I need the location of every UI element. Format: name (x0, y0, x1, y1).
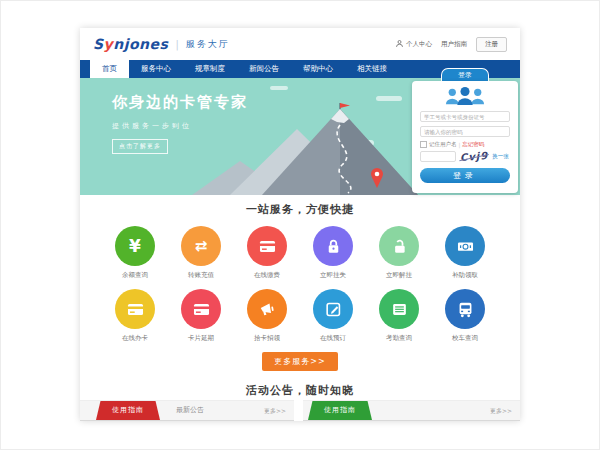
logo-prefix: S (93, 36, 104, 52)
service-label: 转账充值 (168, 271, 234, 280)
service-item: ¥ 余额查询 (102, 226, 168, 280)
personal-center-link[interactable]: 个人中心 (395, 39, 432, 50)
report-loss-icon[interactable] (313, 226, 353, 266)
users-icon (420, 86, 510, 107)
service-label: 考勤查询 (366, 334, 432, 343)
remember-checkbox[interactable] (420, 141, 427, 148)
online-booking-icon[interactable] (313, 289, 353, 329)
online-payment-icon[interactable] (247, 226, 287, 266)
personal-center-label: 个人中心 (406, 40, 432, 49)
card-extension-icon[interactable] (181, 289, 221, 329)
service-label: 立即解挂 (366, 271, 432, 280)
service-item: 补助领取 (432, 226, 498, 280)
service-label: 立即挂失 (300, 271, 366, 280)
service-item: 在线预订 (300, 289, 366, 343)
more-link-right[interactable]: 更多>> (490, 401, 512, 420)
service-item: 考勤查询 (366, 289, 432, 343)
service-item: 立即解挂 (366, 226, 432, 280)
tab-latest-news[interactable]: 最新公告 (176, 401, 204, 420)
balance-inquiry-icon[interactable]: ¥ (115, 226, 155, 266)
login-submit-button[interactable]: 登录 (420, 168, 510, 183)
online-card-icon[interactable] (115, 289, 155, 329)
login-panel: 登录 记住用户名 | 忘记密码 Cvj9 换一张 登录 (412, 68, 518, 193)
nav-item-news[interactable]: 新闻公告 (237, 60, 291, 78)
announcements-title: 活动公告，随时知晓 (80, 370, 520, 400)
logo-accent: y (104, 36, 114, 52)
attendance-icon[interactable] (379, 289, 419, 329)
remember-row: 记住用户名 | 忘记密码 (420, 141, 510, 148)
brand-logo[interactable]: Synjones (93, 36, 168, 52)
service-label: 在线预订 (300, 334, 366, 343)
hero-subtitle: 提供服务一步到位 (112, 121, 248, 131)
cancel-loss-icon[interactable] (379, 226, 419, 266)
service-label: 余额查询 (102, 271, 168, 280)
site-name: 服务大厅 (186, 38, 230, 51)
service-label: 补助领取 (432, 271, 498, 280)
header-utility-nav: 个人中心 用户指南 注册 (395, 37, 507, 52)
service-item: 卡片延期 (168, 289, 234, 343)
captcha-row: Cvj9 换一张 (420, 151, 510, 162)
tab-usage-guide-left[interactable]: 使用指南 (96, 401, 160, 420)
service-item: 立即挂失 (300, 226, 366, 280)
nav-item-rules[interactable]: 规章制度 (183, 60, 237, 78)
services-grid: ¥ 余额查询 ⇄ 转账充值 在线缴费 立即挂失 立即解挂 补助领取 (80, 226, 520, 343)
nav-item-links[interactable]: 相关链接 (345, 60, 399, 78)
service-item: 在线办卡 (102, 289, 168, 343)
login-tab[interactable]: 登录 (441, 68, 489, 81)
password-input[interactable] (420, 126, 510, 137)
more-link-left[interactable]: 更多>> (264, 401, 286, 420)
captcha-refresh-link[interactable]: 换一张 (492, 153, 509, 160)
announcements-tabs-bar: 使用指南 最新公告 更多>> 使用指南 更多>> (80, 400, 520, 421)
logo-divider: | (175, 39, 178, 50)
captcha-input[interactable] (420, 151, 456, 162)
panel-gap (294, 400, 303, 421)
user-icon (395, 39, 404, 50)
remember-label: 记住用户名 (429, 141, 457, 148)
tab-usage-guide-right[interactable]: 使用指南 (308, 401, 372, 420)
nav-item-help[interactable]: 帮助中心 (291, 60, 345, 78)
service-item: 拾卡招领 (234, 289, 300, 343)
service-item: 校车查询 (432, 289, 498, 343)
service-label: 在线办卡 (102, 334, 168, 343)
page-container: Synjones | 服务大厅 个人中心 用户指南 注册 首页 服务中心 规章制… (80, 28, 520, 421)
hero-text: 你身边的卡管专家 提供服务一步到位 点击了解更多 (112, 93, 248, 154)
service-label: 拾卡招领 (234, 334, 300, 343)
cloud-decoration (376, 96, 402, 101)
more-services-button[interactable]: 更多服务>> (262, 352, 337, 371)
forgot-password-link[interactable]: 忘记密码 (462, 141, 484, 148)
cloud-decoration (270, 86, 288, 90)
header: Synjones | 服务大厅 个人中心 用户指南 注册 (80, 28, 520, 60)
nav-item-service-center[interactable]: 服务中心 (129, 60, 183, 78)
service-label: 卡片延期 (168, 334, 234, 343)
lost-found-icon[interactable] (247, 289, 287, 329)
hero-title: 你身边的卡管专家 (112, 93, 248, 112)
hero-cta-button[interactable]: 点击了解更多 (112, 139, 168, 154)
subsidy-icon[interactable] (445, 226, 485, 266)
captcha-image: Cvj9 (460, 150, 489, 163)
user-guide-link[interactable]: 用户指南 (441, 40, 467, 49)
service-label: 在线缴费 (234, 271, 300, 280)
logo-suffix: njones (113, 36, 168, 52)
services-section: 一站服务，方便快捷 ¥ 余额查询 ⇄ 转账充值 在线缴费 立即挂失 立即解挂 (80, 195, 520, 370)
service-label: 校车查询 (432, 334, 498, 343)
nav-item-home[interactable]: 首页 (90, 60, 129, 78)
user-guide-label: 用户指南 (441, 40, 467, 49)
services-title: 一站服务，方便快捷 (80, 202, 520, 217)
transfer-recharge-icon[interactable]: ⇄ (181, 226, 221, 266)
service-item: ⇄ 转账充值 (168, 226, 234, 280)
login-form: 记住用户名 | 忘记密码 Cvj9 换一张 登录 (412, 81, 518, 193)
username-input[interactable] (420, 111, 510, 122)
divider: | (459, 142, 461, 148)
service-item: 在线缴费 (234, 226, 300, 280)
register-button[interactable]: 注册 (476, 37, 507, 52)
school-bus-icon[interactable] (445, 289, 485, 329)
